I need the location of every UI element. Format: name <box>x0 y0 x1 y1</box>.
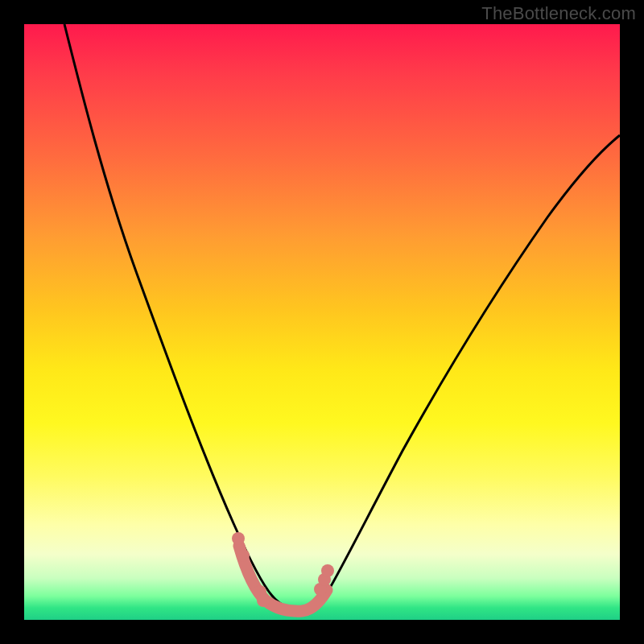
plot-area <box>24 24 620 620</box>
svg-point-1 <box>237 549 250 562</box>
bottleneck-curve <box>64 24 620 610</box>
flat-bottom-highlight <box>239 546 327 611</box>
svg-point-0 <box>232 532 245 545</box>
svg-point-6 <box>321 564 334 577</box>
watermark-text: TheBottleneck.com <box>481 3 636 24</box>
curve-svg <box>24 24 620 620</box>
chart-frame: TheBottleneck.com <box>0 0 644 644</box>
svg-point-3 <box>257 594 270 607</box>
